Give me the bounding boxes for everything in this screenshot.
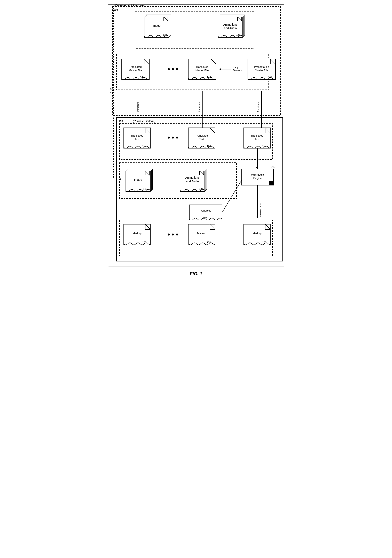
svg-marker-15 (238, 17, 242, 21)
svg-rect-128 (124, 224, 150, 245)
svg-text:120: 120 (235, 34, 239, 36)
svg-text:Master File: Master File (129, 69, 142, 72)
svg-rect-14 (218, 17, 243, 37)
svg-text:Translated: Translated (251, 134, 263, 137)
svg-rect-32 (188, 59, 216, 79)
svg-marker-78 (210, 128, 215, 133)
svg-text:110: 110 (162, 34, 167, 36)
svg-text:190: 190 (118, 120, 123, 122)
svg-rect-111 (242, 169, 274, 185)
svg-text:Text: Text (134, 138, 140, 141)
svg-text:Translated: Translated (129, 65, 142, 68)
svg-text:140: 140 (207, 76, 211, 79)
svg-marker-144 (265, 224, 270, 229)
svg-rect-0 (112, 7, 281, 115)
svg-text:Engine: Engine (253, 177, 261, 180)
svg-text:Variables: Variables (200, 209, 211, 212)
svg-text:Alt Accessibility: Alt Accessibility (259, 203, 262, 217)
svg-rect-5 (145, 16, 170, 36)
svg-text:Master File: Master File (255, 69, 268, 72)
svg-rect-54 (117, 117, 283, 261)
svg-marker-125 (256, 216, 259, 218)
svg-marker-23 (144, 59, 149, 64)
svg-point-74 (168, 137, 170, 139)
svg-text:170: 170 (142, 241, 146, 244)
svg-rect-104 (180, 171, 205, 192)
svg-text:120: 120 (198, 188, 202, 190)
svg-text:Text: Text (199, 138, 204, 141)
svg-text:150: 150 (207, 145, 211, 148)
svg-rect-102 (182, 169, 207, 189)
svg-marker-129 (145, 224, 150, 229)
svg-rect-66 (120, 124, 272, 160)
figure-label: FIG. 1 (190, 271, 202, 276)
svg-text:150: 150 (262, 145, 266, 148)
svg-text:Lang: Lang (234, 66, 238, 69)
svg-rect-103 (181, 170, 206, 190)
svg-point-134 (168, 234, 170, 235)
svg-text:Translated: Translated (195, 134, 208, 137)
svg-text:Master File: Master File (195, 69, 209, 72)
svg-rect-96 (126, 171, 150, 192)
svg-rect-43 (248, 59, 275, 79)
svg-text:Translated: Translated (131, 134, 143, 137)
svg-rect-143 (244, 224, 270, 245)
svg-marker-85 (265, 128, 270, 133)
svg-text:Transform: Transform (257, 102, 259, 112)
svg-rect-3 (135, 12, 254, 49)
svg-text:110: 110 (143, 188, 147, 190)
svg-marker-33 (211, 59, 216, 64)
svg-rect-6 (144, 17, 169, 37)
svg-point-31 (176, 68, 178, 70)
svg-text:Presentation: Presentation (254, 65, 269, 68)
svg-rect-21 (117, 54, 268, 90)
svg-text:160: 160 (202, 216, 207, 219)
svg-point-135 (172, 234, 174, 235)
svg-text:170: 170 (262, 241, 266, 244)
svg-text:(Runtime Platform): (Runtime Platform) (133, 120, 155, 122)
svg-text:Transform: Transform (198, 102, 201, 112)
svg-point-29 (168, 68, 170, 70)
svg-text:Markup: Markup (197, 232, 206, 235)
svg-text:300: 300 (270, 166, 274, 169)
svg-text:and Audio: and Audio (224, 26, 236, 30)
svg-text:130: 130 (268, 76, 272, 79)
svg-marker-105 (200, 171, 204, 175)
svg-text:Markup: Markup (133, 232, 141, 235)
svg-point-75 (172, 137, 174, 139)
svg-text:Text: Text (255, 138, 259, 141)
svg-rect-22 (122, 59, 149, 79)
svg-text:Translate: Translate (233, 69, 242, 71)
svg-rect-77 (188, 128, 215, 148)
svg-rect-119 (189, 205, 222, 220)
svg-text:and Audio: and Audio (186, 180, 199, 183)
svg-text:Markup: Markup (252, 232, 261, 235)
svg-rect-95 (127, 170, 151, 190)
diagram: (Development Platform) 180 Image 110 Ani… (108, 4, 284, 267)
svg-rect-67 (124, 128, 150, 148)
svg-marker-118 (256, 167, 259, 169)
svg-rect-94 (128, 169, 152, 189)
svg-text:Animations: Animations (185, 176, 199, 179)
svg-marker-40 (219, 68, 221, 70)
svg-text:Translated: Translated (196, 65, 208, 68)
svg-text:Copy: Copy (109, 87, 112, 93)
svg-point-136 (176, 234, 178, 235)
svg-marker-44 (270, 59, 275, 64)
svg-text:Animations: Animations (223, 23, 237, 26)
svg-rect-4 (146, 15, 171, 35)
svg-rect-137 (188, 224, 215, 245)
svg-text:Image: Image (152, 24, 160, 27)
svg-marker-64 (260, 130, 263, 132)
svg-text:170: 170 (207, 241, 211, 244)
svg-marker-138 (210, 224, 215, 229)
svg-rect-13 (219, 16, 244, 36)
svg-rect-12 (220, 15, 245, 35)
svg-text:Multimedia: Multimedia (251, 173, 264, 176)
svg-point-30 (172, 68, 174, 70)
svg-text:Image: Image (134, 178, 142, 181)
svg-line-122 (222, 180, 242, 212)
svg-rect-93 (120, 163, 236, 199)
svg-text:150: 150 (142, 145, 146, 148)
svg-marker-61 (202, 130, 204, 132)
